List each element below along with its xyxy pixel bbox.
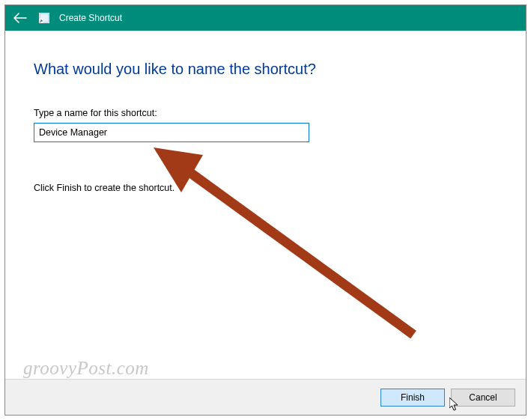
input-label: Type a name for this shortcut: [34,108,497,118]
button-row: Finish Cancel [5,379,526,415]
cancel-button[interactable]: Cancel [451,389,515,407]
page-heading: What would you like to name the shortcut… [34,61,497,78]
back-arrow-icon [13,13,27,23]
content-area: What would you like to name the shortcut… [5,31,526,193]
svg-line-3 [186,170,413,335]
window-title: Create Shortcut [59,13,122,23]
watermark-text: groovyPost.com [23,358,149,379]
finish-button[interactable]: Finish [380,389,445,407]
back-button[interactable] [11,9,29,27]
titlebar: Create Shortcut [5,5,526,31]
shortcut-name-input[interactable] [34,123,309,142]
shortcut-icon [38,12,50,24]
dialog-window: Create Shortcut What would you like to n… [4,4,527,416]
instruction-text: Click Finish to create the shortcut. [34,183,497,193]
